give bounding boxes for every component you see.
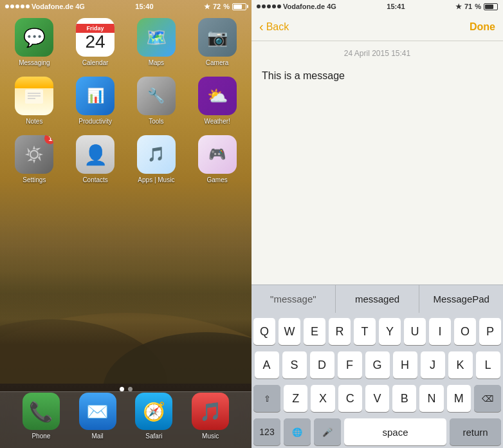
- app-icon-camera[interactable]: 📷: [198, 18, 237, 57]
- key-numbers[interactable]: 123: [253, 418, 280, 445]
- app-maps[interactable]: 🗺️ Maps: [129, 18, 185, 66]
- key-r[interactable]: R: [329, 318, 351, 345]
- app-label-tools: Tools: [149, 118, 163, 125]
- app-messaging[interactable]: 💬 Messaging: [6, 18, 62, 66]
- key-o[interactable]: O: [454, 318, 476, 345]
- key-return[interactable]: return: [450, 418, 501, 445]
- carrier-name-right: Vodafone.de: [283, 3, 325, 10]
- app-settings[interactable]: 1 Settings: [6, 135, 62, 183]
- page-dots: [0, 387, 252, 391]
- back-button[interactable]: ‹ Back: [259, 19, 289, 34]
- app-label-notes: Notes: [26, 118, 42, 125]
- app-icon-calendar[interactable]: Friday 24: [76, 18, 114, 57]
- app-camera[interactable]: 📷 Camera: [189, 18, 245, 66]
- app-label-productivity: Productivity: [78, 118, 112, 125]
- dock-label-safari: Safari: [145, 433, 162, 440]
- app-apps-music[interactable]: 🎵 Apps | Music: [129, 135, 185, 183]
- key-x[interactable]: X: [311, 385, 334, 412]
- key-globe[interactable]: 🌐: [284, 418, 311, 445]
- key-p[interactable]: P: [479, 318, 501, 345]
- dock-icon-music[interactable]: 🎵: [192, 393, 229, 430]
- app-icon-messaging[interactable]: 💬: [15, 18, 53, 57]
- key-a[interactable]: A: [255, 351, 279, 378]
- key-q[interactable]: Q: [253, 318, 275, 345]
- bluetooth-icon-left: ★: [204, 3, 210, 11]
- key-z[interactable]: Z: [284, 385, 307, 412]
- dock-safari[interactable]: 🧭 Safari: [135, 393, 172, 440]
- keyboard-row-2: A S D F G H J K L: [253, 351, 501, 378]
- key-delete[interactable]: ⌫: [474, 385, 501, 412]
- dock-icon-phone[interactable]: 📞: [23, 393, 60, 430]
- back-label[interactable]: Back: [266, 21, 289, 33]
- status-icons-left: ★ 72%: [204, 3, 246, 11]
- bluetooth-icon-right: ★: [455, 3, 462, 11]
- app-label-settings: Settings: [23, 176, 46, 183]
- app-icon-maps[interactable]: 🗺️: [137, 18, 176, 57]
- key-y[interactable]: Y: [379, 318, 401, 345]
- autocorrect-item-1[interactable]: messaged: [336, 285, 420, 313]
- done-button[interactable]: Done: [470, 21, 495, 33]
- app-icon-games[interactable]: 🎮: [198, 135, 237, 174]
- app-productivity[interactable]: 📊 Productivity: [68, 77, 123, 125]
- app-label-weather: Weather!: [204, 118, 230, 125]
- app-calendar[interactable]: Friday 24 Calendar: [68, 18, 123, 66]
- dock-mail[interactable]: ✉️ Mail: [79, 393, 116, 440]
- app-icon-notes[interactable]: [15, 77, 53, 115]
- key-n[interactable]: N: [419, 385, 443, 412]
- key-c[interactable]: C: [338, 385, 362, 412]
- svg-rect-3: [25, 89, 43, 104]
- key-t[interactable]: T: [354, 318, 376, 345]
- app-notes[interactable]: Notes: [6, 77, 62, 125]
- battery-icon-left: [232, 3, 246, 10]
- key-g[interactable]: G: [365, 351, 390, 378]
- app-label-games: Games: [207, 176, 228, 183]
- app-icon-productivity[interactable]: 📊: [76, 77, 114, 115]
- app-icon-apps-music[interactable]: 🎵: [137, 135, 176, 174]
- autocorrect-item-0[interactable]: "message": [252, 285, 336, 313]
- carrier-left: Vodafone.de 4G: [5, 3, 85, 10]
- key-b[interactable]: B: [392, 385, 416, 412]
- dock-icon-mail[interactable]: ✉️: [79, 393, 116, 430]
- key-d[interactable]: D: [310, 351, 334, 378]
- app-contacts[interactable]: 👤 Contacts: [68, 135, 123, 183]
- autocorrect-item-2[interactable]: MessagePad: [419, 285, 503, 313]
- key-space[interactable]: space: [344, 418, 446, 445]
- network-type-left: 4G: [75, 3, 85, 10]
- dock-music[interactable]: 🎵 Music: [192, 393, 229, 440]
- key-mic[interactable]: 🎤: [314, 418, 341, 445]
- key-f[interactable]: F: [338, 351, 362, 378]
- app-icon-contacts[interactable]: 👤: [76, 135, 114, 174]
- key-s[interactable]: S: [282, 351, 307, 378]
- signal-dots-right: [257, 5, 281, 8]
- time-left: 15:40: [85, 3, 204, 10]
- key-j[interactable]: J: [421, 351, 445, 378]
- app-icon-tools[interactable]: 🔧: [137, 77, 176, 115]
- app-icon-settings[interactable]: 1: [15, 135, 53, 174]
- app-label-maps: Maps: [149, 59, 164, 66]
- key-l[interactable]: L: [476, 351, 500, 378]
- key-k[interactable]: K: [448, 351, 473, 378]
- app-tools[interactable]: 🔧 Tools: [129, 77, 185, 125]
- time-right: 15:41: [336, 3, 455, 10]
- signal-dots: [5, 5, 30, 8]
- dock-icon-safari[interactable]: 🧭: [135, 393, 172, 430]
- carrier-right: Vodafone.de 4G: [257, 3, 336, 10]
- key-i[interactable]: I: [429, 318, 451, 345]
- note-content-area[interactable]: 24 April 2015 15:41 This is a message: [252, 41, 503, 285]
- app-weather[interactable]: ⛅ Weather!: [189, 77, 245, 125]
- status-bar-left: Vodafone.de 4G 15:40 ★ 72%: [0, 0, 252, 13]
- key-u[interactable]: U: [404, 318, 426, 345]
- dock-label-phone: Phone: [32, 433, 50, 440]
- dock-label-mail: Mail: [91, 433, 103, 440]
- key-shift[interactable]: ⇧: [253, 385, 280, 412]
- key-w[interactable]: W: [279, 318, 300, 345]
- key-m[interactable]: M: [447, 385, 471, 412]
- app-games[interactable]: 🎮 Games: [189, 135, 245, 183]
- network-type-right: 4G: [327, 3, 336, 10]
- key-v[interactable]: V: [365, 385, 389, 412]
- key-h[interactable]: H: [393, 351, 417, 378]
- note-text[interactable]: This is a message: [262, 68, 493, 84]
- key-e[interactable]: E: [304, 318, 325, 345]
- app-icon-weather[interactable]: ⛅: [198, 77, 237, 115]
- dock-phone[interactable]: 📞 Phone: [23, 393, 60, 440]
